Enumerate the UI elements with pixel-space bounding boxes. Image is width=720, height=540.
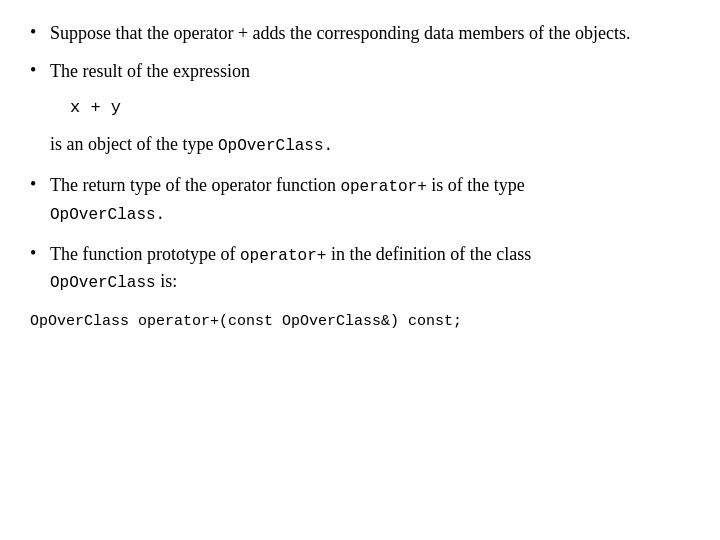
bullet-dot-4: • <box>30 241 50 266</box>
bullet4-text-before: The function prototype of <box>50 244 240 264</box>
bullet3-text-after: is of the type <box>427 175 525 195</box>
code-expression: x + y <box>70 98 690 117</box>
bullet4-text-end: is: <box>156 271 178 291</box>
bullet-dot-3: • <box>30 172 50 197</box>
full-code-block: OpOverClass operator+(const OpOverClass&… <box>30 313 690 330</box>
bullet-dot-1: • <box>30 20 50 45</box>
bullet-item-3: • The return type of the operator functi… <box>30 172 690 226</box>
note-type-code: OpOverClass. <box>218 137 333 155</box>
bullet3-code2: OpOverClass. <box>50 206 165 224</box>
bullet-dot-2: • <box>30 58 50 83</box>
note-text-before: is an object of the type <box>50 134 218 154</box>
note-after-expression: is an object of the type OpOverClass. <box>50 131 690 158</box>
bullet-text-3: The return type of the operator function… <box>50 172 525 226</box>
bullet3-text-before: The return type of the operator function <box>50 175 340 195</box>
bullet4-text-after: in the definition of the class <box>326 244 531 264</box>
bullet4-code2: OpOverClass <box>50 274 156 292</box>
bullet-text-4: The function prototype of operator+ in t… <box>50 241 531 295</box>
main-content: • Suppose that the operator + adds the c… <box>30 20 690 330</box>
bullet-item-4: • The function prototype of operator+ in… <box>30 241 690 295</box>
bullet-item-1: • Suppose that the operator + adds the c… <box>30 20 690 46</box>
bullet3-inline-code: operator+ <box>340 178 426 196</box>
bullet-text-1: Suppose that the operator + adds the cor… <box>50 20 631 46</box>
bullet-item-2: • The result of the expression <box>30 58 690 84</box>
bullet4-inline-code: operator+ <box>240 247 326 265</box>
bullet-text-2: The result of the expression <box>50 58 250 84</box>
